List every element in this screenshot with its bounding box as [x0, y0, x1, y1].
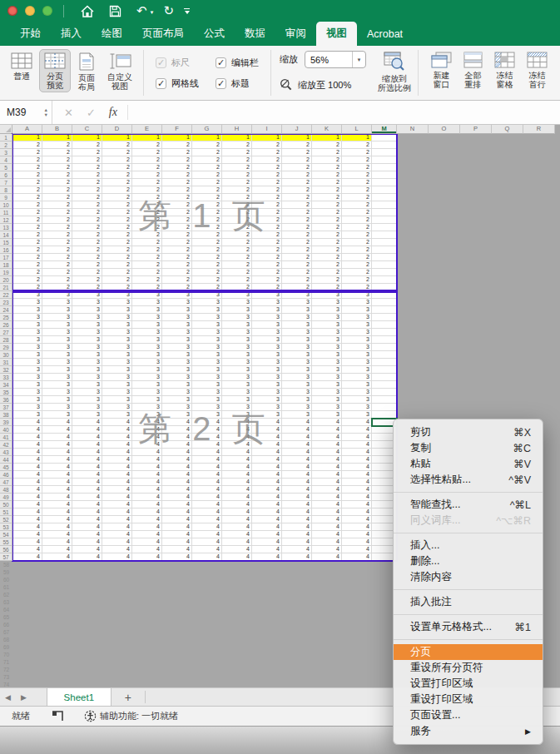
cell[interactable]: 2	[12, 186, 42, 194]
cell[interactable]: 3	[192, 344, 222, 351]
cell[interactable]: 3	[102, 344, 132, 351]
cell[interactable]: 2	[12, 216, 42, 224]
cell[interactable]: 3	[222, 329, 252, 336]
row-header-23[interactable]: 23	[0, 299, 12, 306]
cell[interactable]: 2	[252, 224, 282, 231]
cell[interactable]: 3	[42, 381, 72, 389]
cell[interactable]: 2	[42, 179, 72, 186]
cell[interactable]: 2	[42, 156, 72, 164]
print-area[interactable]: 1111111111112222222222222222222222222222…	[12, 134, 397, 561]
cell[interactable]: 2	[132, 224, 162, 231]
cell[interactable]: 4	[132, 441, 162, 449]
cell[interactable]: 3	[342, 321, 372, 329]
cell[interactable]: 2	[132, 276, 162, 284]
column-header-M[interactable]: M	[372, 125, 397, 134]
menu-item-reset-print-area[interactable]: 重设打印区域	[394, 692, 543, 707]
cell[interactable]: 2	[72, 141, 102, 149]
cell[interactable]: 4	[162, 494, 192, 501]
row-header-28[interactable]: 28	[0, 336, 12, 344]
row-header-31[interactable]: 31	[0, 359, 12, 366]
cell[interactable]: 4	[282, 479, 312, 486]
cell[interactable]: 4	[282, 426, 312, 434]
cell[interactable]: 4	[132, 449, 162, 456]
row-header-18[interactable]: 18	[0, 261, 12, 269]
cell[interactable]: 4	[192, 441, 222, 449]
cell[interactable]: 2	[42, 141, 72, 149]
row-header-9[interactable]: 9	[0, 194, 12, 201]
cell[interactable]: 3	[72, 359, 102, 366]
row-header-11[interactable]: 11	[0, 209, 12, 216]
cell[interactable]	[372, 381, 397, 389]
cell[interactable]: 4	[222, 426, 252, 434]
cell[interactable]: 2	[102, 246, 132, 254]
row-header-14[interactable]: 14	[0, 231, 12, 239]
row-header-51[interactable]: 51	[0, 508, 12, 516]
cell[interactable]: 4	[42, 441, 72, 449]
cell[interactable]: 2	[42, 186, 72, 194]
cell[interactable]: 2	[72, 254, 102, 261]
cell[interactable]: 3	[342, 299, 372, 306]
row-header-69[interactable]: 69	[0, 643, 12, 651]
cell[interactable]: 3	[222, 366, 252, 374]
cell[interactable]: 4	[162, 546, 192, 553]
cell[interactable]: 2	[282, 179, 312, 186]
redo-icon[interactable]: ↻	[164, 5, 175, 17]
cell[interactable]: 3	[222, 344, 252, 351]
cell[interactable]: 3	[72, 351, 102, 359]
cell[interactable]: 4	[102, 531, 132, 538]
cell[interactable]: 3	[102, 396, 132, 404]
cell[interactable]: 3	[342, 314, 372, 321]
minimize-button[interactable]	[25, 6, 35, 16]
cell[interactable]: 2	[162, 239, 192, 246]
cell[interactable]: 4	[162, 456, 192, 464]
cell[interactable]: 3	[72, 306, 102, 314]
cell[interactable]: 4	[222, 546, 252, 553]
cell[interactable]: 3	[282, 389, 312, 396]
row-header-6[interactable]: 6	[0, 171, 12, 179]
row-header-56[interactable]: 56	[0, 546, 12, 553]
new-window-button[interactable]: 新建 窗口	[425, 50, 458, 91]
cell[interactable]: 2	[12, 276, 42, 284]
cell[interactable]: 3	[72, 389, 102, 396]
cell[interactable]: 3	[132, 306, 162, 314]
cell[interactable]: 3	[192, 411, 222, 419]
cell[interactable]: 3	[102, 321, 132, 329]
cell[interactable]: 2	[342, 149, 372, 156]
column-header-Q[interactable]: Q	[492, 125, 523, 134]
cell[interactable]: 2	[162, 269, 192, 276]
cell[interactable]: 3	[102, 404, 132, 411]
cell[interactable]: 2	[42, 171, 72, 179]
cell[interactable]: 2	[282, 141, 312, 149]
selection-mode-icon[interactable]	[52, 711, 64, 722]
cell[interactable]: 3	[222, 321, 252, 329]
cell[interactable]: 4	[252, 531, 282, 538]
cell[interactable]: 3	[42, 374, 72, 381]
cell[interactable]: 4	[42, 471, 72, 479]
cell[interactable]: 4	[72, 471, 102, 479]
cell[interactable]: 2	[282, 194, 312, 201]
cell[interactable]: 2	[312, 254, 342, 261]
cell[interactable]: 4	[72, 426, 102, 434]
cell[interactable]: 3	[162, 329, 192, 336]
menu-item-smart-lookup[interactable]: 智能查找...^⌘L	[394, 497, 543, 513]
cell[interactable]: 2	[312, 186, 342, 194]
cell[interactable]: 4	[222, 523, 252, 531]
cell[interactable]: 3	[132, 404, 162, 411]
cell[interactable]: 2	[192, 216, 222, 224]
cell[interactable]: 3	[12, 404, 42, 411]
cell[interactable]: 3	[102, 359, 132, 366]
cell[interactable]: 2	[252, 149, 282, 156]
cell[interactable]: 4	[132, 523, 162, 531]
cell[interactable]: 3	[102, 381, 132, 389]
cell[interactable]: 4	[282, 538, 312, 546]
cell[interactable]: 4	[222, 456, 252, 464]
cell[interactable]: 3	[162, 396, 192, 404]
column-header-H[interactable]: H	[222, 125, 252, 134]
cell[interactable]: 2	[102, 201, 132, 209]
formula-bar-checkbox-box[interactable]: ✓	[216, 57, 226, 68]
menu-item-format-cells[interactable]: 设置单元格格式...⌘1	[394, 619, 543, 635]
cell[interactable]: 2	[252, 254, 282, 261]
cell[interactable]: 4	[162, 538, 192, 546]
cell[interactable]: 4	[312, 553, 342, 561]
row-header-12[interactable]: 12	[0, 216, 12, 224]
